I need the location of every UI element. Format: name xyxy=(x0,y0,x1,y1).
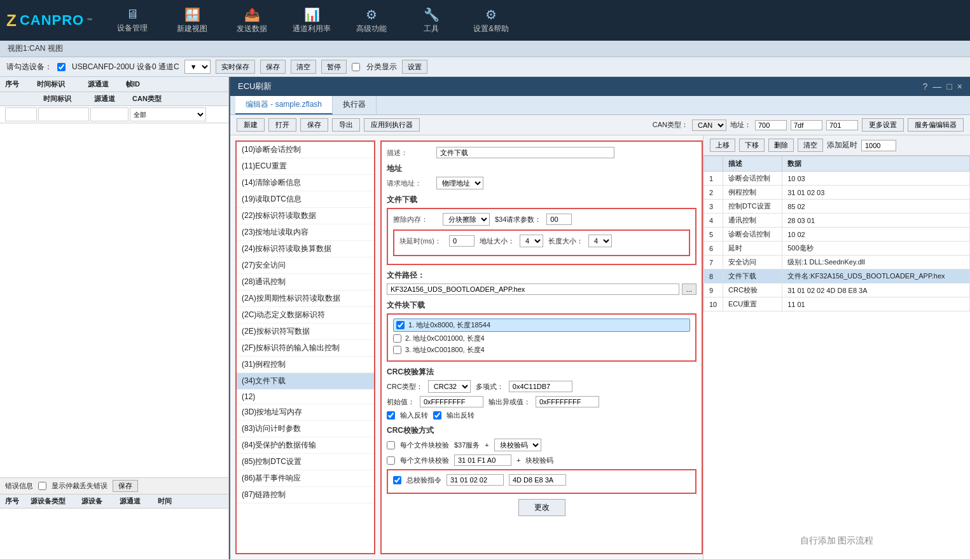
ecu-close-button[interactable]: × xyxy=(957,81,962,92)
file-block-item-2[interactable]: 2. 地址0xC001000, 长度4 xyxy=(393,334,690,343)
list-item[interactable]: (27)安全访问 xyxy=(237,257,374,274)
list-item[interactable]: (83)访问计时参数 xyxy=(237,421,374,437)
table-row[interactable]: 2例程控制31 01 02 03 xyxy=(704,186,970,200)
list-item[interactable]: (19)读取DTC信息 xyxy=(237,191,374,208)
table-row[interactable]: 8文件下载文件名:KF32A156_UDS_BOOTLOADER_APP.hex xyxy=(704,270,970,283)
file-block-checkbox-1[interactable] xyxy=(396,321,405,329)
erase-select[interactable]: 分块擦除 xyxy=(443,213,490,226)
desc-input[interactable] xyxy=(436,147,614,158)
device-channel-select[interactable]: ▼ xyxy=(184,60,211,74)
output-reverse-checkbox[interactable] xyxy=(433,411,441,420)
apply-executor-button[interactable]: 应用到执行器 xyxy=(364,118,420,132)
list-item[interactable]: (22)按标识符读取数据 xyxy=(237,208,374,224)
filter-channel-input[interactable] xyxy=(90,107,128,121)
length-size-select[interactable]: 4 xyxy=(588,235,612,247)
toolbar-advanced[interactable]: ⚙ 高级功能 xyxy=(351,7,392,34)
clear-right-button[interactable]: 清空 xyxy=(798,139,823,152)
address-input-2[interactable] xyxy=(791,120,822,130)
export-button[interactable]: 导出 xyxy=(332,118,360,132)
input-reverse-checkbox[interactable] xyxy=(387,411,395,420)
move-up-button[interactable]: 上移 xyxy=(710,139,735,152)
file-block-checkbox-2[interactable] xyxy=(393,334,401,343)
crc-total-input-2[interactable] xyxy=(509,474,566,486)
list-item[interactable]: (85)控制DTC设置 xyxy=(237,454,374,470)
save-flash-button[interactable]: 保存 xyxy=(300,118,328,132)
crc-type-select[interactable]: CRC32 xyxy=(428,380,471,393)
request-addr-select[interactable]: 物理地址 xyxy=(436,177,483,189)
list-item[interactable]: (14)清除诊断信息 xyxy=(237,175,374,191)
list-item[interactable]: (11)ECU重置 xyxy=(237,158,374,175)
ecu-maximize-button[interactable]: □ xyxy=(946,81,952,92)
ecu-tab-editor[interactable]: 编辑器 - sample.zflash xyxy=(235,96,333,114)
list-item-file-download[interactable]: (34)文件下载 xyxy=(237,373,374,390)
toolbar-device-manage[interactable]: 🖥 设备管理 xyxy=(112,7,153,34)
crc-method1-block-select[interactable]: 块校验码 xyxy=(494,439,541,451)
s34-param-input[interactable] xyxy=(546,214,572,225)
poly-input[interactable] xyxy=(509,381,572,392)
filter-cantype-select[interactable]: 全部 xyxy=(130,107,206,121)
list-item[interactable]: (12) xyxy=(237,390,374,404)
xor-out-input[interactable] xyxy=(536,396,599,407)
table-row[interactable]: 1诊断会话控制10 03 xyxy=(704,172,970,186)
address-size-select[interactable]: 4 xyxy=(520,235,543,247)
new-button[interactable]: 新建 xyxy=(237,118,265,132)
pause-button[interactable]: 暂停 xyxy=(321,60,347,74)
table-row[interactable]: 10ECU重置11 01 xyxy=(704,297,970,311)
list-item[interactable]: (2A)按周期性标识符读取数据 xyxy=(237,290,374,307)
filter-timestamp-input[interactable] xyxy=(38,107,89,121)
toolbar-settings[interactable]: ⚙ 设置&帮助 xyxy=(471,7,511,34)
list-item[interactable]: (10)诊断会话控制 xyxy=(237,142,374,158)
file-path-input[interactable] xyxy=(387,283,679,295)
table-row[interactable]: 3控制DTC设置85 02 xyxy=(704,200,970,214)
init-value-input[interactable] xyxy=(420,396,483,407)
update-button[interactable]: 更改 xyxy=(518,499,565,516)
ecu-minimize-button[interactable]: — xyxy=(932,81,941,92)
list-item[interactable]: (3D)按地址写内存 xyxy=(237,404,374,421)
list-item[interactable]: (87)链路控制 xyxy=(237,487,374,503)
file-browse-button[interactable]: ... xyxy=(682,283,696,295)
address-input-1[interactable] xyxy=(755,120,787,130)
realtime-save-button[interactable]: 实时保存 xyxy=(216,60,255,74)
save-button[interactable]: 保存 xyxy=(260,60,286,74)
crc-total-input-1[interactable] xyxy=(447,474,504,486)
table-row[interactable]: 7安全访问级别:1 DLL:SeednKey.dll xyxy=(704,256,970,270)
list-item[interactable]: (2C)动态定义数据标识符 xyxy=(237,307,374,324)
list-item[interactable]: (24)按标识符读取换算数据 xyxy=(237,241,374,257)
address-input-3[interactable] xyxy=(826,120,858,130)
move-down-button[interactable]: 下移 xyxy=(739,139,765,152)
crc-method2-input[interactable] xyxy=(454,454,511,466)
filter-seq-input[interactable] xyxy=(5,107,37,121)
settings-btn[interactable]: 设置 xyxy=(402,60,427,74)
delete-button[interactable]: 删除 xyxy=(768,139,794,152)
list-item[interactable]: (31)例程控制 xyxy=(237,357,374,373)
table-row[interactable]: 4通讯控制28 03 01 xyxy=(704,214,970,228)
list-item[interactable]: (2E)按标识符写数据 xyxy=(237,324,374,340)
delay-input[interactable] xyxy=(861,140,896,151)
service-editor-button[interactable]: 服务偏编辑器 xyxy=(908,118,964,132)
classify-checkbox[interactable] xyxy=(352,63,360,71)
more-settings-button[interactable]: 更多设置 xyxy=(862,118,904,132)
ecu-help-button[interactable]: ? xyxy=(923,81,928,92)
crc-method1-checkbox[interactable] xyxy=(387,441,395,449)
table-row[interactable]: 9CRC校验31 01 02 02 4D D8 E8 3A xyxy=(704,283,970,297)
file-block-checkbox-3[interactable] xyxy=(393,346,401,354)
toolbar-channel-usage[interactable]: 📊 通道利用率 xyxy=(291,7,332,34)
toolbar-tools[interactable]: 🔧 工具 xyxy=(411,7,452,34)
list-item[interactable]: (86)基于事件响应 xyxy=(237,470,374,487)
show-lost-error-checkbox[interactable] xyxy=(38,482,46,490)
file-block-item-1[interactable]: 1. 地址0x8000, 长度18544 xyxy=(393,318,690,332)
can-type-select[interactable]: CAN xyxy=(692,120,726,131)
device-checkbox[interactable] xyxy=(57,63,66,71)
clear-button[interactable]: 清空 xyxy=(291,60,316,74)
toolbar-send-data[interactable]: 📤 发送数据 xyxy=(232,7,272,34)
error-save-button[interactable]: 保存 xyxy=(113,480,138,492)
list-item[interactable]: (28)通讯控制 xyxy=(237,274,374,290)
crc-total-checkbox[interactable] xyxy=(393,476,401,484)
table-row[interactable]: 6延时500毫秒 xyxy=(704,242,970,256)
table-row[interactable]: 5诊断会话控制10 02 xyxy=(704,228,970,242)
ecu-tab-executor[interactable]: 执行器 xyxy=(333,96,377,114)
file-block-item-3[interactable]: 3. 地址0xC001800, 长度4 xyxy=(393,345,690,355)
list-item[interactable]: (23)按地址读取内容 xyxy=(237,224,374,241)
crc-method2-checkbox[interactable] xyxy=(387,456,395,465)
block-time-input[interactable] xyxy=(449,235,475,247)
